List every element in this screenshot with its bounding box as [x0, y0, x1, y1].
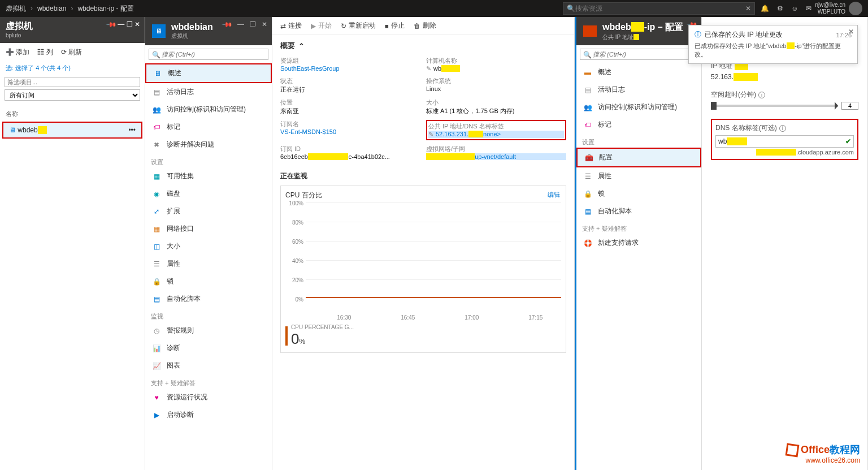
avatar[interactable] [849, 2, 862, 15]
nav-network[interactable]: ▦网络接口 [145, 220, 272, 238]
pin-icon[interactable]: 📌 [222, 19, 233, 31]
wrench-icon: ✖ [152, 141, 161, 149]
info-icon[interactable]: i [779, 125, 786, 132]
notifications-icon[interactable]: 🔔 [761, 5, 769, 12]
global-search-input[interactable] [575, 5, 745, 12]
minimize-icon[interactable]: — [237, 20, 244, 28]
restart-button[interactable]: ↻ 重新启动 [341, 21, 376, 30]
nav-configuration[interactable]: 🧰配置 [576, 148, 701, 167]
more-icon[interactable]: ••• [128, 126, 136, 134]
nav-disks[interactable]: ◉磁盘 [145, 185, 272, 202]
nav-size[interactable]: ◫大小 [145, 238, 272, 255]
vm-list-item[interactable]: 🖥 wbdebian ••• [2, 122, 142, 139]
extension-icon: ⤢ [152, 208, 161, 215]
search-icon: 🔍 [567, 5, 575, 12]
connect-button[interactable]: ⇄ 连接 [280, 21, 302, 30]
edit-icon[interactable]: ✎ [428, 131, 433, 137]
blade-subtitle: bpluto [6, 32, 139, 38]
grid-icon: ▦ [152, 173, 161, 180]
edit-chart-link[interactable]: 编辑 [548, 191, 560, 199]
section-monitor-title: 正在监视 [280, 171, 566, 181]
nav-tags[interactable]: 🏷标记 [576, 116, 701, 133]
maximize-icon[interactable]: ❐ [127, 20, 133, 28]
subscription-dropdown[interactable]: 所有订阅 [5, 89, 140, 101]
close-icon[interactable]: ✕ [848, 28, 854, 36]
search-icon: 🔍 [583, 51, 592, 59]
idle-timeout-input[interactable] [841, 102, 858, 110]
cpu-chart[interactable]: CPU 百分比 编辑 100% 80% 60% 40% 20% 0% 16:30… [280, 186, 566, 353]
nav-diagnostics[interactable]: 📊诊断 [145, 339, 272, 357]
nav-activity-log[interactable]: ▤活动日志 [576, 81, 701, 98]
global-search[interactable]: 🔍 ✕ [563, 2, 755, 15]
nav-overview[interactable]: 🖥概述 [145, 63, 272, 83]
user-info[interactable]: njw@live.cn WBPLUTO [815, 2, 845, 15]
nav-locks[interactable]: 🔒锁 [576, 185, 701, 202]
nav-diagnose[interactable]: ✖诊断并解决问题 [145, 136, 272, 153]
refresh-button[interactable]: ⟳ 刷新 [61, 48, 82, 57]
heart-icon: ♥ [152, 394, 161, 402]
nav-metrics[interactable]: 📈图表 [145, 357, 272, 374]
nav-search-input[interactable] [149, 49, 268, 60]
close-icon[interactable]: ✕ [134, 20, 140, 28]
lock-icon: 🔒 [152, 278, 161, 286]
ip-nav-blade: wbdebian-ip – 配置 公共 IP 地址址 📌 🔍 ▬概述 ▤活动日志… [575, 17, 702, 470]
breadcrumb-item[interactable]: wbdebian [37, 5, 66, 12]
nav-alert-rules[interactable]: ◷警报规则 [145, 322, 272, 339]
nav-activity-log[interactable]: ▤活动日志 [145, 83, 272, 101]
breadcrumb-item[interactable]: 虚拟机 [6, 4, 26, 14]
user-email: njw@live.cn [815, 2, 845, 8]
filter-input[interactable] [5, 77, 140, 87]
section-overview-title[interactable]: 概要 ⌃ [280, 41, 566, 51]
delete-button[interactable]: 🗑 删除 [414, 21, 436, 30]
nav-overview[interactable]: ▬概述 [576, 63, 701, 81]
nav-new-support-request[interactable]: 🛟新建支持请求 [576, 234, 701, 252]
nav-properties[interactable]: ☰属性 [576, 167, 701, 185]
column-header-name: 名称 [0, 105, 145, 120]
info-icon[interactable]: i [758, 92, 765, 98]
selection-hint: 选: 选择了 4 个(共 4 个) [0, 62, 145, 75]
ip-config-blade: 分配 动态 静态 IP 地址 52.163.231.xx 空闲超时(分钟) i … [702, 17, 868, 470]
settings-icon[interactable]: ⚙ [777, 5, 783, 12]
blade-title: wbdebian [171, 22, 213, 32]
start-button[interactable]: ▶ 开始 [311, 21, 332, 30]
breadcrumb-item[interactable]: wbdebian-ip - 配置 [77, 4, 133, 14]
nav-tags[interactable]: 🏷标记 [145, 118, 272, 136]
properties-icon: ☰ [583, 173, 592, 180]
monitor-icon: 🖥 [153, 70, 162, 77]
field-public-ip: 公共 IP 地址/DNS 名称标签✎52.163.231.xxx/<none> [426, 120, 566, 140]
nav-properties[interactable]: ☰属性 [145, 255, 272, 273]
edit-icon[interactable]: ✎ [426, 65, 431, 72]
help-icon[interactable]: ☺ [791, 5, 798, 12]
field-subscription-id: 订阅 ID6eb16eeb-xxxx-xxxx-xxxe-4ba41b02c..… [280, 145, 420, 160]
disk-icon: ◉ [152, 190, 161, 198]
nav-availability-set[interactable]: ▦可用性集 [145, 167, 272, 185]
nav-automation-script[interactable]: ▤自动化脚本 [145, 290, 272, 308]
dns-input-wrap[interactable]: wbdebian ✔ [715, 135, 854, 148]
breadcrumb: 虚拟机 › wbdebian › wbdebian-ip - 配置 [6, 4, 563, 14]
people-icon: 👥 [152, 106, 161, 114]
feedback-icon[interactable]: ✉ [806, 5, 811, 12]
columns-button[interactable]: ☷ 列 [37, 48, 53, 57]
people-icon: 👥 [583, 104, 592, 111]
clear-icon[interactable]: ✕ [745, 5, 751, 12]
close-icon[interactable]: ✕ [262, 20, 267, 28]
nav-extensions[interactable]: ⤢扩展 [145, 202, 272, 220]
nav-access-control[interactable]: 👥访问控制(标识和访问管理) [576, 98, 701, 116]
lock-icon: 🔒 [583, 190, 592, 198]
nav-automation-script[interactable]: ▤自动化脚本 [576, 202, 701, 220]
add-button[interactable]: ➕ 添加 [6, 48, 29, 57]
blade-header: wbdebian-ip – 配置 公共 IP 地址址 📌 [576, 17, 701, 45]
nav-search-input[interactable] [580, 49, 698, 60]
maximize-icon[interactable]: ❐ [250, 20, 256, 28]
nav-resource-health[interactable]: ♥资源运行状况 [145, 389, 272, 406]
idle-timeout-slider[interactable] [711, 102, 858, 110]
notification-title: 已保存的公共 IP 地址更改 [705, 30, 783, 40]
chart-legend: CPU PERCENTAGE G... 0% [285, 324, 561, 348]
script-icon: ▤ [152, 295, 161, 303]
nav-locks[interactable]: 🔒锁 [145, 273, 272, 290]
stop-button[interactable]: ■ 停止 [385, 21, 405, 30]
minimize-icon[interactable]: — [118, 20, 124, 28]
nav-boot-diagnostics[interactable]: ▶启动诊断 [145, 406, 272, 424]
nav-access-control[interactable]: 👥访问控制(标识和访问管理) [145, 101, 272, 118]
top-bar: 虚拟机 › wbdebian › wbdebian-ip - 配置 🔍 ✕ 🔔 … [0, 0, 868, 17]
